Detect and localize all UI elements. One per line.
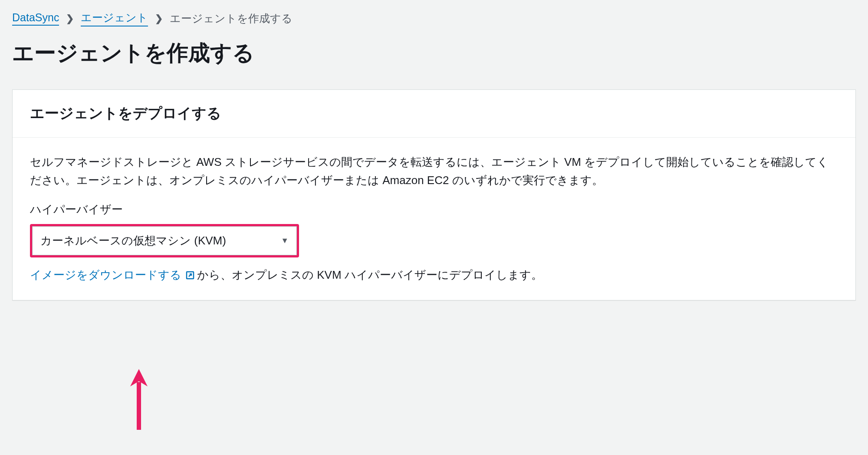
deploy-description: セルフマネージドストレージと AWS ストレージサービスの間でデータを転送するに… (30, 153, 838, 189)
breadcrumb-current: エージェントを作成する (170, 11, 293, 26)
card-header: エージェントをデプロイする (13, 90, 855, 138)
external-link-icon (185, 270, 195, 280)
card-body: セルフマネージドストレージと AWS ストレージサービスの間でデータを転送するに… (13, 138, 855, 300)
breadcrumb-root-link[interactable]: DataSync (12, 11, 59, 26)
deploy-agent-card: エージェントをデプロイする セルフマネージドストレージと AWS ストレージサー… (12, 89, 856, 300)
page-title: エージェントを作成する (12, 39, 856, 68)
download-suffix-text: から、オンプレミスの KVM ハイパーバイザーにデプロイします。 (197, 266, 542, 284)
chevron-right-icon: ❯ (66, 13, 74, 24)
breadcrumb-agents-link[interactable]: エージェント (81, 10, 148, 26)
download-image-link[interactable]: イメージをダウンロードする (30, 266, 195, 284)
caret-down-icon: ▼ (281, 234, 289, 247)
hypervisor-select[interactable]: カーネルベースの仮想マシン (KVM) ▼ (32, 226, 297, 256)
download-link-text: イメージをダウンロードする (30, 266, 181, 284)
breadcrumb: DataSync ❯ エージェント ❯ エージェントを作成する (12, 10, 856, 26)
card-header-title: エージェントをデプロイする (30, 104, 838, 123)
chevron-right-icon: ❯ (155, 13, 163, 24)
annotation-arrow-icon (126, 369, 152, 439)
download-instruction: イメージをダウンロードする から、オンプレミスの KVM ハイパーバイザーにデプ… (30, 266, 838, 284)
hypervisor-select-highlight: カーネルベースの仮想マシン (KVM) ▼ (30, 224, 299, 258)
hypervisor-label: ハイパーバイザー (30, 201, 838, 219)
hypervisor-selected-value: カーネルベースの仮想マシン (KVM) (40, 232, 226, 250)
